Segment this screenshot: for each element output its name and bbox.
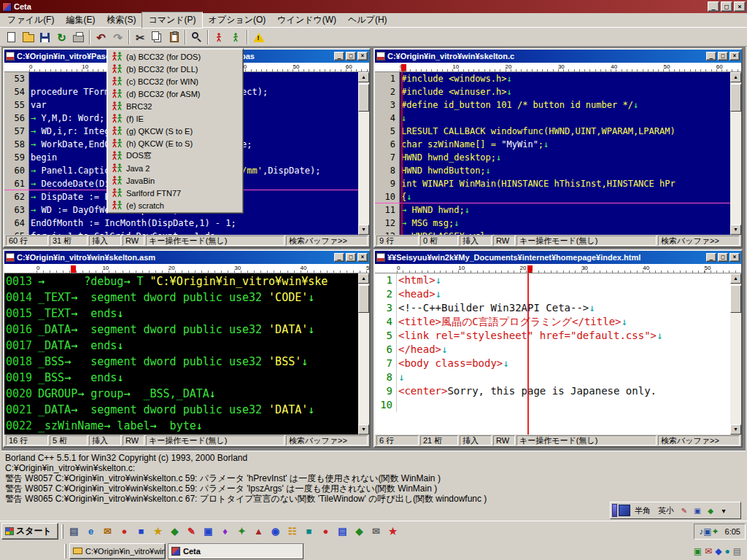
quick-launch-handle[interactable]: [61, 524, 63, 539]
quick-launch-icon-10[interactable]: ♦: [217, 524, 233, 539]
command-menu-item[interactable]: (c) BCC32 (for WIN): [109, 75, 241, 88]
undo-button[interactable]: ↶: [93, 29, 109, 45]
taskbar-button[interactable]: C:¥Origin¥in_vitro¥win: [69, 543, 166, 559]
quick-launch-icon-3[interactable]: ✉: [100, 524, 115, 539]
command-menu-item[interactable]: Sarlford FTN77: [109, 187, 241, 199]
scroll-down-icon[interactable]: ▼: [358, 424, 369, 435]
scroll-up-icon[interactable]: ▲: [730, 72, 741, 82]
quick-launch-icon-19[interactable]: ✉: [368, 524, 384, 539]
ime-case-button[interactable]: 英小: [655, 504, 677, 518]
quick-launch-icon-17[interactable]: ▤: [335, 524, 350, 539]
code-area[interactable]: 1#include <windows.h>↓2#include <winuser…: [375, 72, 730, 235]
ime-pen-icon[interactable]: ✎: [678, 505, 690, 516]
quick-launch-icon-18[interactable]: ◆: [352, 524, 367, 539]
child-title-bar[interactable]: C:¥Origin¥in_vitro¥win¥skelton.c _ □ ×: [375, 50, 741, 63]
tray-icon-1[interactable]: ▣: [694, 547, 702, 556]
ime-drag-handle[interactable]: [612, 504, 617, 517]
command-menu-item[interactable]: DOS窓: [109, 149, 241, 162]
tray-icon-2[interactable]: ✉: [705, 547, 712, 556]
copy-button[interactable]: [149, 29, 166, 45]
close-button[interactable]: ×: [734, 1, 746, 12]
scroll-thumb[interactable]: [730, 84, 741, 112]
quick-launch-icon-6[interactable]: ★: [150, 524, 166, 539]
command-menu-item[interactable]: Java 2: [109, 162, 241, 174]
cut-button[interactable]: ✂: [132, 29, 149, 45]
child-close-button[interactable]: ×: [729, 52, 740, 61]
status-icon[interactable]: ✦: [712, 526, 719, 537]
quick-launch-icon-4[interactable]: ●: [117, 524, 132, 539]
child-close-button[interactable]: ×: [729, 253, 740, 262]
menu-edit[interactable]: 編集(E): [60, 12, 101, 28]
menu-command[interactable]: コマンド(P): [142, 12, 202, 28]
maximize-button[interactable]: □: [721, 1, 732, 12]
menu-window[interactable]: ウインドウ(W): [271, 12, 342, 28]
minimize-button[interactable]: _: [708, 1, 719, 12]
quick-launch-icon-16[interactable]: ●: [318, 524, 333, 539]
scroll-up-icon[interactable]: ▲: [358, 72, 369, 82]
tray-icon-4[interactable]: ●: [724, 547, 729, 556]
code-area[interactable]: 1<html>↓2<head>↓3<!--C++Builder Win32API…: [375, 273, 730, 435]
save-file-button[interactable]: [36, 29, 53, 45]
quick-launch-icon-5[interactable]: ■: [133, 524, 149, 539]
child-maximize-button[interactable]: □: [718, 253, 728, 262]
task-band-handle[interactable]: [64, 544, 66, 559]
ime-mode-button[interactable]: 半角: [632, 504, 654, 518]
quick-launch-icon-7[interactable]: ◆: [167, 524, 182, 539]
open-file-button[interactable]: [20, 29, 36, 45]
quick-launch-icon-9[interactable]: ▣: [201, 524, 216, 539]
run-button[interactable]: [228, 29, 244, 45]
vertical-scrollbar[interactable]: ▲ ▼: [730, 273, 741, 435]
vertical-scrollbar[interactable]: ▲ ▼: [730, 72, 741, 235]
command-menu-item[interactable]: (f) IE: [109, 112, 241, 125]
child-minimize-button[interactable]: _: [334, 253, 344, 262]
child-maximize-button[interactable]: □: [718, 52, 728, 61]
taskbar-button[interactable]: Ceta: [168, 543, 303, 559]
vertical-scrollbar[interactable]: ▲ ▼: [358, 273, 369, 435]
quick-launch-icon-14[interactable]: ☷: [285, 524, 300, 539]
quick-launch-icon-15[interactable]: ■: [301, 524, 317, 539]
menu-help[interactable]: ヘルプ(H): [342, 12, 393, 28]
quick-launch-icon-8[interactable]: ✎: [184, 524, 199, 539]
compile-button[interactable]: [211, 29, 228, 45]
command-menu-item[interactable]: BRC32: [109, 100, 241, 112]
scroll-thumb[interactable]: [730, 285, 741, 313]
quick-launch-icon-1[interactable]: ▤: [66, 524, 82, 539]
find-button[interactable]: [188, 29, 205, 45]
command-menu-item[interactable]: (b) BCC32 (for DLL): [109, 63, 241, 75]
command-menu-item[interactable]: (a) BCC32 (for DOS): [109, 50, 241, 63]
reload-button[interactable]: ↻: [53, 29, 70, 45]
paste-button[interactable]: [166, 29, 182, 45]
child-title-bar[interactable]: C:¥Origin¥in_vitro¥win¥skelton.asm _ □ ×: [4, 251, 369, 264]
command-menu-item[interactable]: (d) BCC32 (for ASM): [109, 88, 241, 100]
menu-option[interactable]: オプション(O): [203, 12, 272, 28]
scroll-down-icon[interactable]: ▼: [358, 225, 369, 235]
quick-launch-icon-12[interactable]: ▲: [251, 524, 266, 539]
child-minimize-button[interactable]: _: [334, 52, 344, 61]
quick-launch-icon-2[interactable]: e: [83, 524, 98, 539]
child-close-button[interactable]: ×: [357, 253, 368, 262]
tray-icon-5[interactable]: ▤: [733, 547, 741, 556]
redo-button[interactable]: ↷: [109, 29, 126, 45]
ime-pad-icon[interactable]: ▣: [692, 505, 703, 516]
quick-launch-icon-11[interactable]: ✦: [234, 524, 249, 539]
child-minimize-button[interactable]: _: [706, 253, 716, 262]
scroll-up-icon[interactable]: ▲: [358, 273, 369, 284]
child-maximize-button[interactable]: □: [346, 52, 356, 61]
code-area[interactable]: 0013→ ?debug→ T "C:¥Origin¥in_vitro¥win¥…: [4, 273, 358, 435]
child-minimize-button[interactable]: _: [706, 52, 716, 61]
warning-button[interactable]: [250, 29, 267, 45]
scroll-thumb[interactable]: [358, 285, 369, 313]
vertical-scrollbar[interactable]: ▲ ▼: [358, 72, 369, 235]
tray-icon-3[interactable]: ◆: [715, 547, 721, 556]
print-button[interactable]: [70, 29, 87, 45]
new-file-button[interactable]: [3, 29, 20, 45]
quick-launch-icon-20[interactable]: ★: [385, 524, 400, 539]
ime-icon[interactable]: [619, 505, 630, 516]
scroll-up-icon[interactable]: ▲: [730, 273, 741, 284]
scroll-down-icon[interactable]: ▼: [730, 225, 741, 235]
display-icon[interactable]: ▣: [703, 526, 711, 537]
command-menu-item[interactable]: (h) QKCW (E to S): [109, 137, 241, 149]
app-icon[interactable]: [2, 2, 12, 12]
child-title-bar[interactable]: ¥¥Seisyuu¥win2k¥My_Documents¥internet¥ho…: [375, 251, 741, 264]
menu-file[interactable]: ファイル(F): [1, 12, 60, 28]
